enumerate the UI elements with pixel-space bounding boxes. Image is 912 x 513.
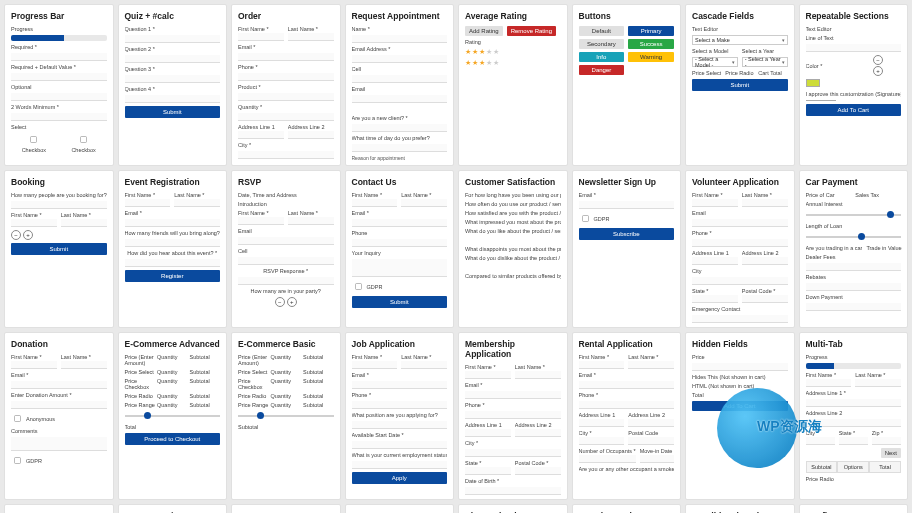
input-email[interactable] xyxy=(125,219,221,227)
input-city[interactable] xyxy=(238,151,334,159)
input-last[interactable] xyxy=(288,33,334,41)
input-phone[interactable] xyxy=(579,401,675,409)
input-email[interactable] xyxy=(579,381,675,389)
input-addr2[interactable] xyxy=(742,257,788,265)
checkbox-gdpr[interactable]: GDPR xyxy=(11,454,107,467)
select-model[interactable]: - Select a Model - xyxy=(692,57,738,67)
input-required-default[interactable] xyxy=(11,73,107,81)
input-first[interactable] xyxy=(465,371,511,379)
add-rating-button[interactable]: Add Rating xyxy=(465,26,503,36)
input-rebates[interactable] xyxy=(806,283,902,291)
next-button[interactable]: Next xyxy=(881,448,901,458)
submit-button[interactable]: Submit xyxy=(352,296,448,308)
register-button[interactable]: Register xyxy=(125,270,221,282)
input-phone[interactable] xyxy=(352,239,448,247)
input-email[interactable] xyxy=(238,237,334,245)
input-price[interactable] xyxy=(692,363,788,371)
input-state[interactable] xyxy=(692,295,738,303)
input-first[interactable] xyxy=(11,219,57,227)
input-cell[interactable] xyxy=(238,257,334,265)
input-first[interactable] xyxy=(352,199,398,207)
input-response[interactable] xyxy=(238,277,334,285)
minus-icon[interactable]: − xyxy=(873,55,883,65)
input-last[interactable] xyxy=(401,199,447,207)
input-last[interactable] xyxy=(742,199,788,207)
input-first[interactable] xyxy=(238,217,284,225)
input-first[interactable] xyxy=(579,361,625,369)
add-to-cart-button[interactable]: Add To Cart xyxy=(806,104,902,116)
default-button[interactable]: Default xyxy=(579,26,625,36)
checkbox-a[interactable]: Checkbox xyxy=(11,133,57,153)
submit-button[interactable]: Submit xyxy=(11,243,107,255)
input-state[interactable] xyxy=(465,467,511,475)
signature-line[interactable] xyxy=(806,100,836,101)
input-first[interactable] xyxy=(238,33,284,41)
input-dob[interactable] xyxy=(465,487,561,495)
input-friends[interactable] xyxy=(125,239,221,247)
input-comments[interactable] xyxy=(11,437,107,451)
stepper-booking[interactable]: −+ xyxy=(11,230,107,240)
input-q2[interactable] xyxy=(125,55,221,63)
input-phone[interactable] xyxy=(692,239,788,247)
secondary-button[interactable]: Secondary xyxy=(579,39,625,49)
input-email[interactable] xyxy=(579,201,675,209)
input-move[interactable] xyxy=(640,455,674,463)
input-q1[interactable] xyxy=(125,35,221,43)
input-addr2[interactable] xyxy=(806,419,902,427)
plus-icon[interactable]: + xyxy=(873,66,883,76)
input-line-of-text[interactable] xyxy=(806,44,902,52)
input-q3[interactable] xyxy=(125,75,221,83)
select-year[interactable]: - Select a Year - xyxy=(742,57,788,67)
minus-icon[interactable]: − xyxy=(11,230,21,240)
input-last[interactable] xyxy=(515,371,561,379)
subscribe-button[interactable]: Subscribe xyxy=(579,228,675,240)
input-required[interactable] xyxy=(11,53,107,61)
input-inquiry[interactable] xyxy=(352,259,448,277)
checkbox-gdpr[interactable]: GDPR xyxy=(579,212,675,225)
input-emergency[interactable] xyxy=(692,315,788,323)
input-email[interactable] xyxy=(352,219,448,227)
tab-subtotal[interactable]: Subtotal xyxy=(806,461,838,473)
input-last[interactable] xyxy=(401,361,447,369)
input-down[interactable] xyxy=(806,303,902,311)
color-swatch[interactable] xyxy=(806,79,820,87)
plus-icon[interactable]: + xyxy=(23,230,33,240)
input-addr2[interactable] xyxy=(288,131,334,139)
plus-icon[interactable]: + xyxy=(287,297,297,307)
input-first[interactable] xyxy=(11,361,57,369)
input-start[interactable] xyxy=(352,441,448,449)
input-email[interactable] xyxy=(465,391,561,399)
input-addr1[interactable] xyxy=(692,257,738,265)
input-city[interactable] xyxy=(692,277,788,285)
input-email[interactable] xyxy=(352,55,448,63)
stepper-color[interactable]: −+ xyxy=(855,55,901,76)
input-qty[interactable] xyxy=(238,113,334,121)
warning-button[interactable]: Warning xyxy=(628,52,674,62)
select-make[interactable]: Select a Make xyxy=(692,35,788,45)
input-city[interactable] xyxy=(465,449,561,457)
input-zip[interactable] xyxy=(872,437,901,445)
input-people-count[interactable] xyxy=(11,201,107,209)
input-cell[interactable] xyxy=(352,75,448,83)
submit-button[interactable]: Submit xyxy=(125,106,221,118)
input-email[interactable] xyxy=(11,381,107,389)
input-addr1[interactable] xyxy=(465,429,511,437)
input-last[interactable] xyxy=(628,361,674,369)
input-heard[interactable] xyxy=(125,259,221,267)
slider-range[interactable] xyxy=(125,415,221,417)
input-phone[interactable] xyxy=(465,411,561,419)
checkout-button[interactable]: Proceed to Checkout xyxy=(125,433,221,445)
slider-loan[interactable] xyxy=(806,236,902,238)
slider-range[interactable] xyxy=(238,415,334,417)
input-time[interactable] xyxy=(352,144,448,152)
tab-options[interactable]: Options xyxy=(837,461,869,473)
input-postal[interactable] xyxy=(742,295,788,303)
apply-button[interactable]: Apply xyxy=(352,472,448,484)
success-button[interactable]: Success xyxy=(628,39,674,49)
input-first[interactable] xyxy=(806,379,852,387)
input-product[interactable] xyxy=(238,93,334,101)
input-postal[interactable] xyxy=(628,437,674,445)
input-position[interactable] xyxy=(352,421,448,429)
input-q4[interactable] xyxy=(125,95,221,103)
input-name[interactable] xyxy=(352,35,448,43)
